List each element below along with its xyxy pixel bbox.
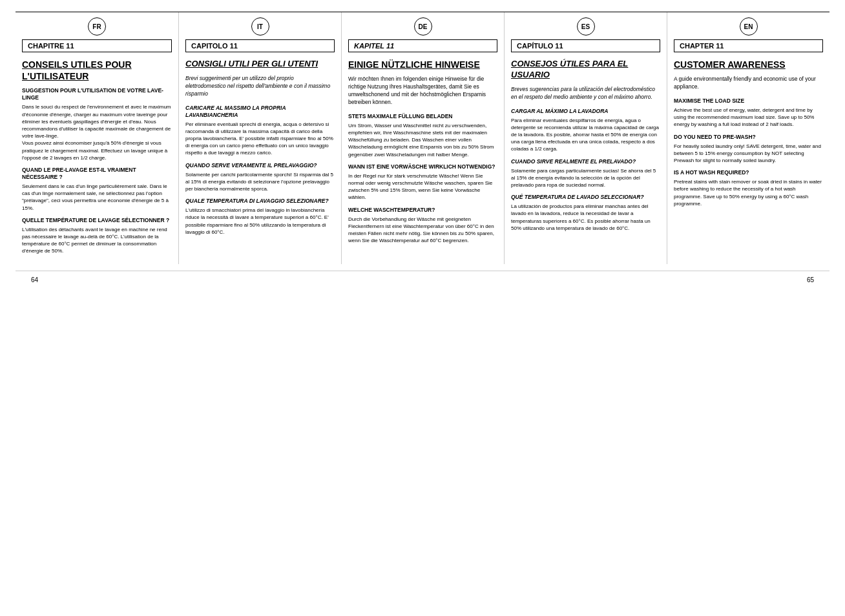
section-body-2: Pretreat stains with stain remover or so… [674,178,823,207]
page-numbers: 64 65 [16,271,829,283]
lang-circle: FR [88,17,106,36]
section-title-0: CARICARE AL MASSIMO LA PROPRIA LAVANBIAN… [185,105,335,119]
columns-grid: FRCHAPITRE 11CONSEILS UTILES POUR L'UTIL… [16,12,829,264]
main-title: CONSEILS UTILES POUR L'UTILISATEUR [22,59,172,82]
section-body-1: For heavily soiled laundry only! SAVE de… [674,143,823,165]
subtitle: Breves sugerencias para la utilización d… [511,86,660,101]
section-body-0: Para eliminar eventuales despilfarros de… [511,117,660,153]
chapter-box: CAPITOLO 11 [185,39,335,52]
lang-circle: IT [251,17,269,36]
column-it: ITCAPITOLO 11CONSIGLI UTILI PER GLI UTEN… [178,12,341,264]
chapter-box: KAPITEL 11 [348,39,497,52]
column-es: ESCAPÍTULO 11CONSEJOS ÚTILES PARA EL USU… [504,12,667,264]
section-body-1: In der Regel nur für stark verschmutzte … [348,172,497,201]
column-de: DEKAPITEL 11EINIGE NÜTZLICHE HINWEISEWir… [341,12,504,264]
lang-circle: EN [740,17,758,36]
page-number-left: 64 [31,276,38,283]
lang-header: IT [185,17,335,36]
section-title-2: QUÉ TEMPERATURA DE LAVADO SELECCIONAR? [511,194,660,201]
section-title-0: MAXIMISE THE LOAD SIZE [674,98,823,105]
subtitle: Brevi suggerimenti per un utilizzo del p… [185,75,335,98]
section-body-0: Achieve the best use of energy, water, d… [674,107,823,128]
section-body-1: Solamente para cargas particularmente su… [511,167,660,189]
section-title-1: CUANDO SIRVE REALMENTE EL PRELAVADO? [511,158,660,165]
section-title-2: QUALE TEMPERATURA DI LAVAGGIO SELEZIONAR… [185,198,335,205]
chapter-box: CHAPITRE 11 [22,39,172,52]
section-title-0: STETS MAXIMALE FÜLLUNG BELADEN [348,113,497,120]
chapter-box: CAPÍTULO 11 [511,39,660,52]
section-title-1: WANN IST EINE VORWÄSCHE WIRKLICH NOTWEND… [348,163,497,170]
main-title: CONSIGLI UTILI PER GLI UTENTI [185,59,335,70]
column-en: ENCHAPTER 11CUSTOMER AWARENESSA guide en… [667,12,829,264]
subtitle: Wir möchten Ihnen im folgenden einige Hi… [348,76,497,107]
section-title-2: IS A HOT WASH REQUIRED? [674,169,823,176]
section-body-2: L'utilisation des détachants avant le la… [22,226,172,255]
main-title: EINIGE NÜTZLICHE HINWEISE [348,59,497,70]
section-title-1: QUAND LE PRE-LAVAGE EST-IL VRAIMENT NÉCE… [22,167,172,181]
lang-header: EN [674,17,823,36]
section-body-1: Seulement dans le cas d'un linge particu… [22,183,172,212]
section-body-2: Durch die Vorbehandlung der Wäsche mit g… [348,216,497,245]
section-title-2: WELCHE WASCHTEMPERATUR? [348,207,497,214]
chapter-box: CHAPTER 11 [674,39,823,52]
lang-header: FR [22,17,172,36]
section-body-0: Dans le souci du respect de l'environnem… [22,103,172,161]
section-title-1: QUANDO SERVE VERAMENTE IL PRELAVAGGIO? [185,162,335,169]
page-number-right: 65 [807,276,814,283]
lang-circle: DE [414,17,432,36]
column-fr: FRCHAPITRE 11CONSEILS UTILES POUR L'UTIL… [16,12,178,264]
section-title-2: QUELLE TEMPÉRATURE DE LAVAGE SÉLECTIONNE… [22,217,172,224]
subtitle: A guide environmentally friendly and eco… [674,76,823,91]
section-body-1: Solamente per carichi particolarmente sp… [185,171,335,193]
section-body-0: Um Strom, Wasser und Waschmittel nicht z… [348,122,497,158]
main-title: CONSEJOS ÚTILES PARA EL USUARIO [511,59,660,81]
section-title-0: SUGGESTION POUR L'UTILISATION DE VOTRE L… [22,87,172,101]
lang-header: ES [511,17,660,36]
section-body-2: L'utilizzo di smacchiatori prima del lav… [185,207,335,236]
lang-circle: ES [577,17,595,36]
section-title-0: CARGAR AL MÁXIMO LA LAVADORA [511,108,660,115]
section-title-1: DO YOU NEED TO PRE-WASH? [674,134,823,141]
section-body-0: Per eliminare eventuali sprechi di energ… [185,121,335,157]
page-container: FRCHAPITRE 11CONSEILS UTILES POUR L'UTIL… [0,0,845,616]
lang-header: DE [348,17,497,36]
section-body-2: La utilización de productos para elimina… [511,203,660,232]
main-title: CUSTOMER AWARENESS [674,59,823,70]
